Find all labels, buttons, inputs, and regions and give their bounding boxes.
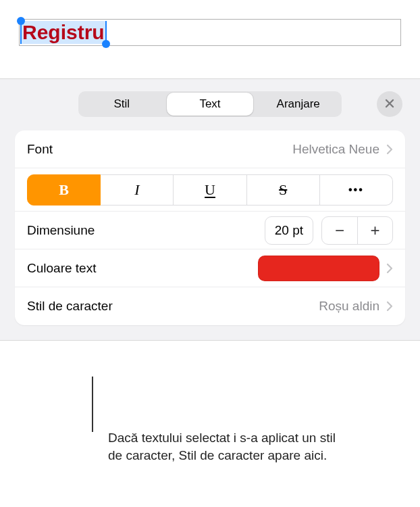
size-value-box[interactable]: 20 pt bbox=[265, 216, 313, 245]
callout-line bbox=[92, 377, 93, 432]
chevron-right-icon bbox=[386, 301, 393, 312]
tab-text[interactable]: Text bbox=[167, 93, 254, 116]
format-panel: Stil Text Aranjare Font Helvetica Neue B… bbox=[0, 78, 420, 341]
segmented-control: Stil Text Aranjare bbox=[78, 91, 342, 117]
font-value: Helvetica Neue bbox=[292, 142, 379, 157]
selection-wrap: Registru bbox=[21, 21, 106, 44]
size-row: Dimensiune 20 pt − + bbox=[15, 212, 405, 249]
selection-handle-start[interactable] bbox=[17, 17, 25, 25]
text-color-label: Culoare text bbox=[27, 261, 96, 276]
italic-button[interactable]: I bbox=[101, 174, 174, 206]
character-style-row[interactable]: Stil de caracter Roșu aldin bbox=[15, 287, 405, 325]
size-decrease-button[interactable]: − bbox=[322, 217, 357, 244]
size-value: 20 pt bbox=[275, 223, 303, 238]
caption-text: Dacă textului selectat i s-a aplicat un … bbox=[108, 429, 351, 464]
close-icon bbox=[385, 97, 394, 112]
underline-button[interactable]: U bbox=[174, 174, 246, 206]
text-editor-area: Registru bbox=[0, 0, 420, 46]
size-label: Dimensiune bbox=[27, 223, 95, 238]
strikethrough-button[interactable]: S bbox=[247, 174, 320, 206]
caption-area: Dacă textului selectat i s-a aplicat un … bbox=[108, 429, 351, 464]
font-style-row: B I U S ••• bbox=[15, 168, 405, 212]
text-color-row[interactable]: Culoare text bbox=[15, 249, 405, 287]
chevron-right-icon bbox=[386, 144, 393, 155]
tab-arrange[interactable]: Aranjare bbox=[255, 91, 342, 117]
font-label: Font bbox=[27, 142, 53, 157]
editor-text[interactable]: Registru bbox=[21, 21, 106, 44]
tab-style[interactable]: Stil bbox=[78, 91, 165, 117]
character-style-value: Roșu aldin bbox=[319, 299, 379, 314]
close-button[interactable] bbox=[377, 91, 402, 117]
text-box[interactable]: Registru bbox=[19, 19, 401, 46]
bold-button[interactable]: B bbox=[27, 174, 101, 206]
selection-handle-end[interactable] bbox=[102, 40, 110, 48]
size-increase-button[interactable]: + bbox=[357, 217, 392, 244]
size-stepper: − + bbox=[321, 216, 393, 245]
chevron-right-icon bbox=[386, 263, 393, 274]
font-row[interactable]: Font Helvetica Neue bbox=[15, 130, 405, 168]
panel-tabbar: Stil Text Aranjare bbox=[0, 79, 420, 128]
text-color-swatch[interactable] bbox=[258, 256, 379, 281]
text-format-card: Font Helvetica Neue B I U S ••• Dimensiu… bbox=[15, 130, 405, 325]
more-styles-button[interactable]: ••• bbox=[320, 174, 393, 206]
character-style-label: Stil de caracter bbox=[27, 299, 113, 314]
